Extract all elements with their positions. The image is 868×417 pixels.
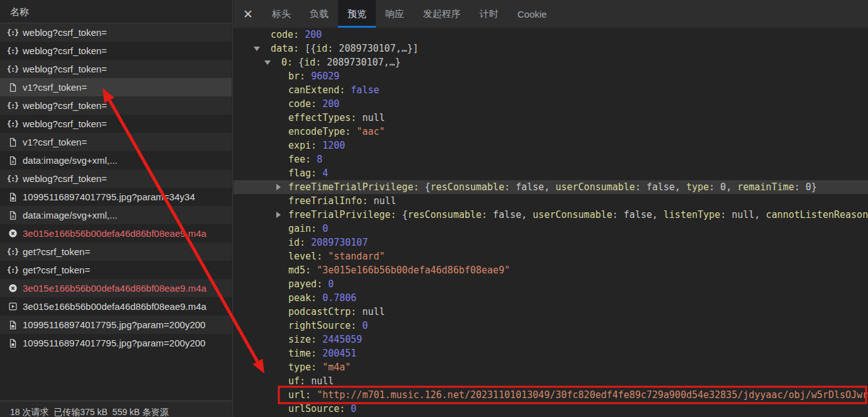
name-column-header: 名称 [0, 0, 232, 23]
request-name: 109951168974017795.jpg?param=34y34 [23, 191, 195, 202]
property-value: false [351, 84, 379, 96]
request-row[interactable]: 109951168974017795.jpg?param=34y34 [0, 188, 232, 206]
json-icon: {:} [7, 174, 18, 183]
property-value: "3e015e166b56b00defa46d86bf08eae9" [317, 265, 510, 276]
request-row[interactable]: 3e015e166b56b00defa46d86bf08eae9.m4a [0, 224, 232, 243]
tree-line[interactable]: 0: {id: 2089730107,…} [234, 55, 868, 69]
property-value: : null, [720, 209, 765, 220]
tab-item-3[interactable]: 响应 [376, 0, 414, 28]
request-name: get?csrf_token= [23, 246, 90, 257]
property-key: rightSource: [288, 320, 362, 331]
property-value: listenType [663, 209, 720, 220]
request-row[interactable]: {:}get?csrf_token= [0, 261, 232, 279]
property-value: 200 [305, 29, 322, 40]
tab-item-5[interactable]: 计时 [470, 0, 508, 28]
property-key: fee: [288, 154, 317, 165]
request-row[interactable]: 109951168974017795.jpg?param=200y200 [0, 334, 232, 352]
tree-line[interactable]: data: [{id: 2089730107,…}] [234, 42, 868, 55]
json-icon: {:} [7, 248, 18, 256]
request-name: 109951168974017795.jpg?param=200y200 [23, 338, 205, 348]
request-row[interactable]: data:image/svg+xml,... [0, 151, 232, 169]
tab-item-1[interactable]: 负载 [300, 0, 338, 28]
request-row[interactable]: {:}get?csrf_token= [0, 243, 232, 261]
property-key: md5: [288, 265, 317, 276]
property-key: freeTrialInfo: [288, 195, 373, 207]
tab-item-6[interactable]: Cookie [508, 0, 556, 28]
request-name: weblog?csrf_token= [23, 64, 107, 74]
request-name: data:image/svg+xml,... [23, 155, 117, 166]
property-value: null [362, 112, 385, 123]
request-name: 3e015e166b56b00defa46d86bf08eae9.m4a [23, 283, 206, 294]
tree-line: code: 200 [234, 28, 868, 42]
close-icon[interactable]: ✕ [234, 0, 262, 28]
property-key: freeTimeTrialPrivilege: [288, 181, 425, 193]
request-row[interactable]: 109951168974017795.jpg?param=200y200 [0, 316, 232, 334]
json-icon: {:} [7, 120, 18, 129]
tab-item-4[interactable]: 发起程序 [414, 0, 470, 28]
request-row[interactable]: 3e015e166b56b00defa46d86bf08eae9.m4a [0, 279, 232, 297]
image-icon [7, 338, 18, 348]
property-key: br: [288, 71, 311, 82]
property-key: urlSource: [288, 403, 351, 414]
tree-line[interactable]: freeTrialPrivilege: {resConsumable: fals… [234, 208, 868, 222]
property-value: "m4a" [322, 362, 351, 373]
request-row[interactable]: data:image/svg+xml,... [0, 206, 232, 224]
property-value: 200451 [322, 348, 356, 359]
media-icon [7, 302, 18, 311]
detail-tabbar: ✕ 标头负载预览响应发起程序计时Cookie [234, 0, 868, 28]
tree-line: urlSource: 0 [234, 402, 868, 416]
tree-line: payed: 0 [234, 277, 868, 291]
request-row[interactable]: 3e015e166b56b00defa46d86bf08eae9.m4a [0, 297, 232, 316]
property-key: peak: [288, 292, 322, 304]
devtools-network-panel: 名称 {:}weblog?csrf_token={:}weblog?csrf_t… [0, 0, 868, 417]
request-row[interactable]: v1?csrf_token= [0, 78, 232, 96]
property-key: payed: [288, 278, 328, 290]
request-name: 3e015e166b56b00defa46d86bf08eae9.m4a [23, 228, 206, 239]
property-value: 0 [322, 223, 328, 234]
tree-line: br: 96029 [234, 69, 868, 83]
json-icon: {:} [7, 28, 18, 37]
network-summary-bar: 18 次请求 已传输375 kB 559 kB 条资源 [0, 401, 232, 417]
property-value: { [402, 209, 408, 220]
request-row[interactable]: {:}weblog?csrf_token= [0, 42, 232, 60]
tree-line: rightSource: 0 [234, 319, 868, 333]
request-detail-panel: ✕ 标头负载预览响应发起程序计时Cookie code: 200data: [{… [234, 0, 868, 417]
request-name: weblog?csrf_token= [23, 27, 107, 38]
network-request-sidebar: 名称 {:}weblog?csrf_token={:}weblog?csrf_t… [0, 0, 233, 417]
property-value: 1200 [322, 140, 345, 151]
expanded-arrow-icon[interactable] [264, 60, 271, 65]
property-value: 0.7806 [322, 292, 356, 304]
property-value: : 0} [794, 181, 817, 193]
doc-icon [7, 137, 18, 147]
tree-line: uf: null [234, 374, 868, 388]
request-row[interactable]: v1?csrf_token= [0, 133, 232, 151]
tree-line: podcastCtrp: null [234, 305, 868, 319]
request-row[interactable]: {:}weblog?csrf_token= [0, 23, 232, 42]
request-row[interactable]: {:}weblog?csrf_token= [0, 96, 232, 115]
tab-item-2[interactable]: 预览 [338, 0, 376, 28]
property-value: null [362, 306, 385, 317]
json-icon: {:} [7, 266, 18, 275]
property-value: id [316, 43, 327, 54]
tree-line: expi: 1200 [234, 139, 868, 152]
tree-line[interactable]: freeTimeTrialPrivilege: {resConsumable: … [234, 180, 868, 194]
request-row[interactable]: {:}weblog?csrf_token= [0, 169, 232, 188]
request-name: weblog?csrf_token= [23, 100, 107, 111]
json-preview-tree: code: 200data: [{id: 2089730107,…}]0: {i… [234, 28, 868, 417]
collapsed-arrow-icon[interactable] [276, 184, 281, 190]
tab-item-0[interactable]: 标头 [262, 0, 300, 28]
tree-line: url: "http://m701.music.126.net/20231101… [234, 388, 868, 402]
request-row[interactable]: {:}weblog?csrf_token= [0, 115, 232, 133]
collapsed-arrow-icon[interactable] [276, 212, 281, 218]
tree-line: fee: 8 [234, 152, 868, 166]
property-value: : 2089730107,…} [315, 57, 400, 68]
request-row[interactable]: {:}weblog?csrf_token= [0, 60, 232, 78]
request-name: v1?csrf_token= [23, 82, 87, 93]
property-key: code: [271, 29, 305, 40]
property-value: id [304, 57, 315, 68]
tree-line: flag: 4 [234, 166, 868, 180]
request-name: weblog?csrf_token= [23, 173, 107, 184]
property-value: "aac" [356, 126, 385, 137]
json-icon: {:} [7, 47, 18, 55]
expanded-arrow-icon[interactable] [254, 47, 260, 51]
